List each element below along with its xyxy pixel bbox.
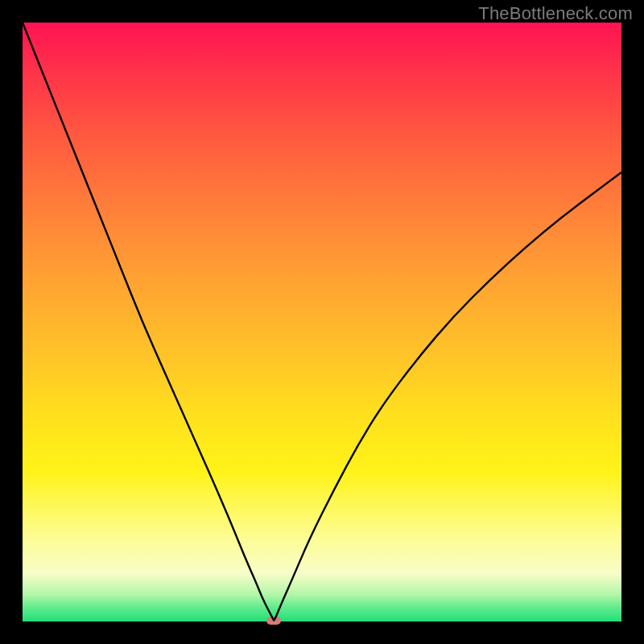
- chart-curve: [23, 23, 621, 621]
- chart-frame: TheBottleneck.com: [0, 0, 644, 644]
- watermark-text: TheBottleneck.com: [478, 3, 633, 24]
- bottleneck-curve-path: [23, 23, 621, 620]
- plot-area: [23, 23, 621, 621]
